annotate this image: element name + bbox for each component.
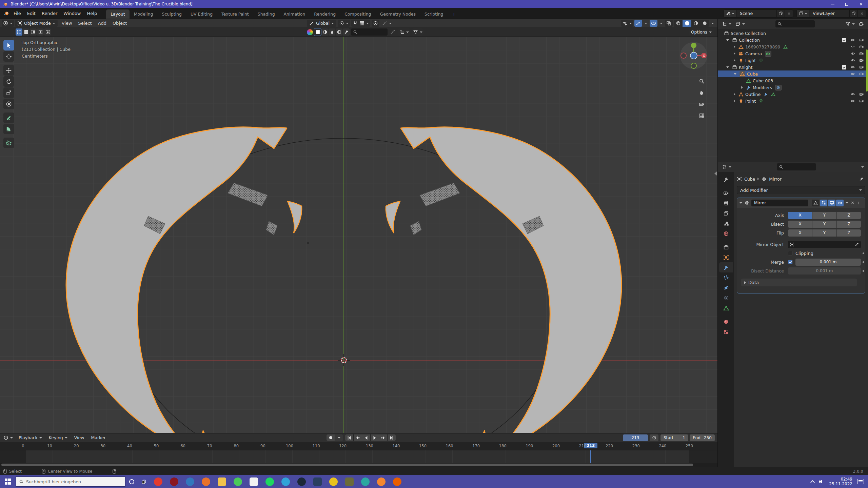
modifier-panel-header[interactable]: Mirror <box>737 198 865 208</box>
tab-layout[interactable]: Layout <box>106 9 130 19</box>
outliner-row-light[interactable]: Light <box>718 57 868 64</box>
scene-name[interactable]: Scene <box>736 11 776 16</box>
action-center-icon[interactable] <box>857 479 864 484</box>
viewport-menu-select[interactable]: Select <box>75 19 95 27</box>
toggle-box-button[interactable] <box>314 28 321 36</box>
overlays-toggle[interactable] <box>650 20 657 27</box>
hide-eye-icon[interactable] <box>850 92 856 97</box>
select-invert-button[interactable] <box>37 28 44 36</box>
taskbar-app-app-teal[interactable] <box>361 477 370 486</box>
properties-tab-particles[interactable] <box>719 272 733 283</box>
outliner-row-cube-003[interactable]: Cube.003 <box>718 77 868 84</box>
perspective-toggle-button[interactable] <box>697 111 706 120</box>
tool-annotate[interactable] <box>3 113 14 123</box>
collapse-arrow-icon[interactable] <box>726 66 729 68</box>
display-mode-dropdown[interactable] <box>398 28 410 36</box>
taskbar-app-vlc[interactable] <box>393 477 401 486</box>
menu-help[interactable]: Help <box>84 9 100 17</box>
sidebar-toggle-arrow[interactable] <box>714 171 717 176</box>
falloff-dropdown[interactable] <box>381 20 393 27</box>
timeline-menu-view[interactable]: View <box>71 434 87 442</box>
timeline-menu-playback[interactable]: Playback <box>16 434 45 442</box>
expand-arrow-icon[interactable] <box>734 59 735 62</box>
outliner-row-modifiers[interactable]: Modifiers <box>718 84 868 91</box>
hide-eye-icon[interactable] <box>850 72 856 76</box>
outliner-search[interactable] <box>775 20 815 27</box>
shading-solid-button[interactable] <box>683 20 691 27</box>
gizmo-y-neg-axis[interactable] <box>691 63 696 68</box>
properties-tab-object[interactable] <box>719 252 733 262</box>
timeline-scrollbar[interactable] <box>0 463 717 467</box>
select-intersect-button[interactable] <box>44 28 51 36</box>
horn-mesh-left[interactable] <box>66 127 314 433</box>
mirror-object-field[interactable] <box>788 241 861 248</box>
outliner-display-mode-button[interactable] <box>721 20 733 27</box>
menu-render[interactable]: Render <box>39 9 60 17</box>
eyedropper-icon[interactable] <box>854 242 859 247</box>
taskbar-app-spotify[interactable] <box>265 477 274 486</box>
expand-arrow-icon[interactable] <box>734 93 735 96</box>
disable-in-render-icon[interactable] <box>859 51 865 56</box>
zoom-view-button[interactable] <box>697 77 706 85</box>
expand-icon[interactable] <box>739 202 742 204</box>
taskbar-clock[interactable]: 02:49 25.11.2022 <box>829 477 852 486</box>
bisect-x-button[interactable]: X <box>788 221 812 228</box>
hide-eye-icon[interactable] <box>850 38 856 42</box>
outliner-row-point[interactable]: Point <box>718 98 868 104</box>
taskbar-app-media-red[interactable] <box>170 477 178 486</box>
scene-browse-button[interactable] <box>724 10 736 17</box>
show-in-viewport-toggle[interactable] <box>828 200 835 206</box>
properties-options-dropdown[interactable] <box>860 163 865 170</box>
overlays-dropdown[interactable] <box>658 20 664 27</box>
jump-to-end-button[interactable] <box>388 434 396 441</box>
frame-start-field[interactable]: Start1 <box>660 434 688 441</box>
properties-tab-physics[interactable] <box>719 283 733 293</box>
gizmo-x-neg-axis[interactable] <box>681 53 686 58</box>
disable-in-render-icon[interactable] <box>859 72 865 76</box>
properties-tab-object-data[interactable] <box>719 303 733 313</box>
frame-end-field[interactable]: End250 <box>690 434 715 441</box>
start-button[interactable] <box>0 475 16 488</box>
use-preview-range-button[interactable] <box>650 434 658 441</box>
taskbar-app-steam[interactable] <box>297 477 306 486</box>
disable-in-render-icon[interactable] <box>859 92 865 97</box>
hide-eye-icon[interactable] <box>850 65 856 69</box>
select-subtract-button[interactable] <box>30 28 37 36</box>
pivot-point-button[interactable] <box>338 20 350 27</box>
disable-in-render-icon[interactable] <box>859 44 865 49</box>
viewlayer-selector[interactable]: ViewLayer <box>796 9 866 18</box>
collapse-arrow-icon[interactable] <box>726 39 729 41</box>
properties-tab-material[interactable] <box>719 317 733 327</box>
axis-z-button[interactable]: Z <box>837 212 861 219</box>
minimize-button[interactable] <box>825 0 840 8</box>
tab-compositing[interactable]: Compositing <box>340 9 375 19</box>
jump-to-start-button[interactable] <box>345 434 353 441</box>
prev-keyframe-button[interactable] <box>354 434 362 441</box>
taskbar-app-file-explorer[interactable] <box>218 477 226 486</box>
animate-dot-icon[interactable] <box>863 261 864 263</box>
tab-scripting[interactable]: Scripting <box>420 9 448 19</box>
viewlayer-remove-button[interactable] <box>857 10 866 17</box>
xray-toggle[interactable] <box>665 20 673 27</box>
viewlayer-name[interactable]: ViewLayer <box>809 11 849 16</box>
data-subpanel-header[interactable]: Data <box>741 279 857 286</box>
axis-x-button[interactable]: X <box>788 212 812 219</box>
taskbar-app-skype[interactable] <box>281 477 290 486</box>
select-set-button[interactable] <box>16 28 22 36</box>
bisect-y-button[interactable]: Y <box>812 221 836 228</box>
keying-set-dropdown[interactable] <box>335 434 343 441</box>
taskbar-search[interactable] <box>16 476 125 487</box>
timeline-editor-type-button[interactable] <box>2 434 14 441</box>
disable-in-render-icon[interactable] <box>859 58 865 63</box>
disable-in-render-icon[interactable] <box>859 38 865 42</box>
menu-window[interactable]: Window <box>60 9 84 17</box>
viewport-menu-view[interactable]: View <box>59 19 75 27</box>
add-workspace-button[interactable]: + <box>448 9 460 19</box>
properties-tab-modifiers[interactable] <box>719 262 733 272</box>
hide-eye-closed-icon[interactable] <box>850 44 856 49</box>
tab-rendering[interactable]: Rendering <box>310 9 340 19</box>
properties-tab-world[interactable] <box>719 228 733 239</box>
camera-view-button[interactable] <box>697 100 706 108</box>
breadcrumb-modifier[interactable]: Mirror <box>769 177 782 182</box>
shading-rendered-button[interactable] <box>700 20 709 27</box>
